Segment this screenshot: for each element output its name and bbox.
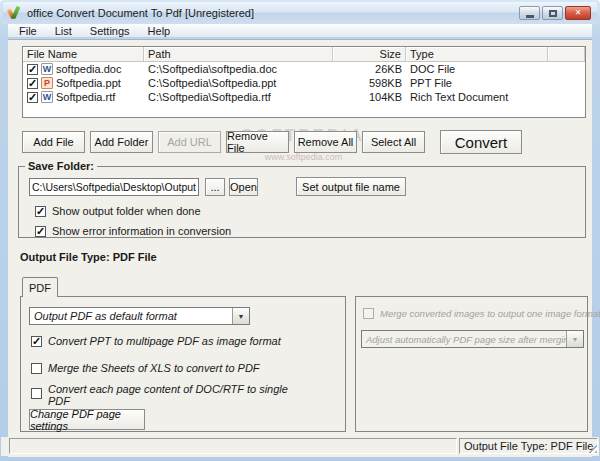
column-header-size[interactable]: Size (333, 47, 406, 61)
ppt-multipage-option[interactable]: Convert PPT to multipage PDF as image fo… (31, 335, 281, 347)
file-list-table: File Name Path Size Type W softpedia.doc… (22, 46, 586, 118)
tab-pdf[interactable]: PDF (22, 277, 58, 297)
status-output-type: Output File Type: PDF File (464, 440, 593, 452)
file-type: Rich Text Document (406, 91, 548, 103)
menu-settings[interactable]: Settings (81, 24, 139, 38)
row-checkbox[interactable] (27, 92, 38, 103)
file-name: Softpedia.rtf (56, 91, 115, 103)
remove-all-button[interactable]: Remove All (294, 131, 357, 153)
powerpoint-file-icon: P (41, 77, 53, 89)
save-folder-label: Save Folder: (25, 160, 97, 172)
chevron-down-icon (566, 331, 583, 347)
file-type: PPT File (406, 77, 548, 89)
status-bar: Output File Type: PDF File (1, 437, 599, 456)
menu-help[interactable]: Help (139, 24, 180, 38)
app-logo-icon (7, 6, 22, 20)
browse-folder-button[interactable]: ... (205, 178, 225, 196)
column-header-type[interactable]: Type (406, 47, 548, 61)
pdf-options-group: Output PDF as default format Convert PPT… (20, 296, 346, 432)
status-panel-left (9, 438, 457, 454)
file-size: 26KB (333, 63, 406, 75)
merge-images-label: Merge converted images to output one ima… (380, 308, 600, 319)
chevron-down-icon[interactable] (232, 308, 249, 324)
row-checkbox[interactable] (27, 78, 38, 89)
set-output-name-button[interactable]: Set output file name (296, 177, 406, 196)
word-file-icon: W (41, 91, 53, 103)
file-name: Softpedia.ppt (56, 77, 121, 89)
file-path: C:\Softpedia\Softpedia.ppt (144, 77, 333, 89)
show-output-folder-label: Show output folder when done (52, 205, 201, 217)
open-folder-button[interactable]: Open (229, 178, 258, 196)
minimize-button[interactable] (519, 6, 540, 20)
merge-xls-option[interactable]: Merge the Sheets of XLS to convert to PD… (31, 362, 260, 374)
file-path: C:\Softpedia\softpedia.doc (144, 63, 333, 75)
pdf-format-value: Output PDF as default format (30, 310, 232, 322)
merge-xls-label: Merge the Sheets of XLS to convert to PD… (48, 362, 260, 374)
select-all-button[interactable]: Select All (362, 131, 425, 153)
file-size: 598KB (333, 77, 406, 89)
single-pdf-option[interactable]: Convert each page content of DOC/RTF to … (31, 383, 300, 407)
pdf-format-dropdown[interactable]: Output PDF as default format (29, 307, 250, 325)
merge-xls-checkbox[interactable] (31, 363, 42, 374)
table-row[interactable]: W softpedia.doc C:\Softpedia\softpedia.d… (23, 62, 585, 76)
menu-file[interactable]: File (10, 24, 46, 38)
save-folder-group: Save Folder: ... Open Set output file na… (18, 166, 586, 238)
show-output-folder-option[interactable]: Show output folder when done (35, 205, 201, 217)
maximize-button[interactable] (542, 6, 563, 20)
file-size: 104KB (333, 91, 406, 103)
merge-images-checkbox (363, 308, 374, 319)
close-button[interactable]: ✕ (565, 6, 591, 20)
title-bar[interactable]: office Convert Document To Pdf [Unregist… (3, 2, 597, 24)
file-list-header: File Name Path Size Type (23, 47, 585, 62)
maximize-icon (549, 10, 557, 17)
table-row[interactable]: W Softpedia.rtf C:\Softpedia\Softpedia.r… (23, 90, 585, 104)
table-row[interactable]: P Softpedia.ppt C:\Softpedia\Softpedia.p… (23, 76, 585, 90)
adjust-page-size-dropdown: Adjust automatically PDF page size after… (361, 330, 584, 348)
column-header-empty (548, 47, 585, 61)
single-pdf-label: Convert each page content of DOC/RTF to … (48, 383, 300, 407)
file-path: C:\Softpedia\Softpedia.rtf (144, 91, 333, 103)
show-error-info-checkbox[interactable] (35, 226, 46, 237)
adjust-page-size-value: Adjust automatically PDF page size after… (362, 334, 566, 345)
minimize-icon (526, 15, 534, 18)
file-type: DOC File (406, 63, 548, 75)
add-file-button[interactable]: Add File (22, 131, 85, 153)
output-file-type-label: Output File Type: PDF File (20, 251, 157, 263)
close-icon: ✕ (575, 9, 582, 17)
output-path-input[interactable] (29, 178, 199, 196)
merge-images-option: Merge converted images to output one ima… (363, 308, 600, 319)
add-url-button: Add URL (158, 131, 221, 153)
convert-button[interactable]: Convert (440, 130, 522, 154)
show-error-info-label: Show error information in conversion (52, 225, 231, 237)
show-error-info-option[interactable]: Show error information in conversion (35, 225, 231, 237)
single-pdf-checkbox[interactable] (31, 388, 42, 399)
remove-file-button[interactable]: Remove File (226, 131, 289, 153)
app-window: office Convert Document To Pdf [Unregist… (0, 0, 600, 461)
ppt-multipage-checkbox[interactable] (31, 336, 42, 347)
word-file-icon: W (41, 63, 53, 75)
merge-options-group: Merge converted images to output one ima… (355, 296, 588, 432)
column-header-path[interactable]: Path (144, 47, 333, 61)
column-header-file-name[interactable]: File Name (23, 47, 144, 61)
menu-list[interactable]: List (46, 24, 81, 38)
status-panel-right: Output File Type: PDF File (459, 438, 598, 454)
ppt-multipage-label: Convert PPT to multipage PDF as image fo… (48, 335, 281, 347)
menu-bar: File List Settings Help (8, 24, 592, 38)
show-output-folder-checkbox[interactable] (35, 206, 46, 217)
add-folder-button[interactable]: Add Folder (90, 131, 153, 153)
change-pdf-settings-button[interactable]: Change PDF page settings (29, 409, 145, 430)
row-checkbox[interactable] (27, 64, 38, 75)
file-name: softpedia.doc (56, 63, 121, 75)
window-title: office Convert Document To Pdf [Unregist… (27, 7, 519, 19)
